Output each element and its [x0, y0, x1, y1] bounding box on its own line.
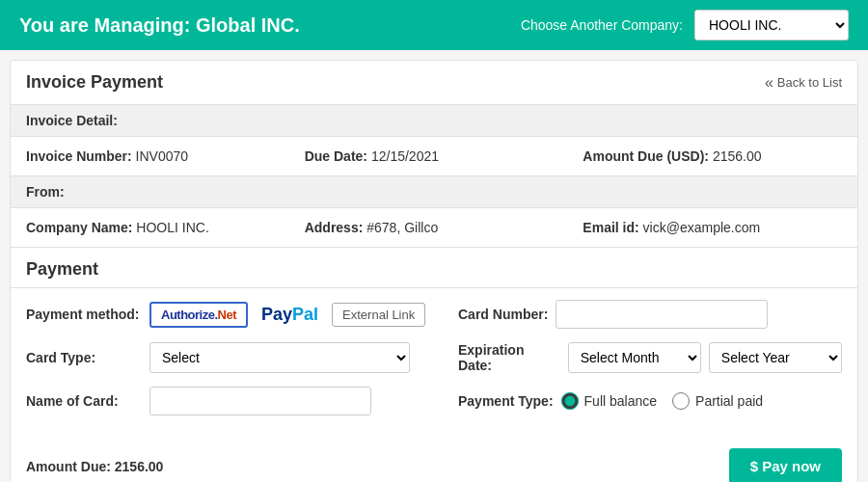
company-select[interactable]: HOOLI INC. [694, 10, 849, 40]
invoice-detail-label: Invoice Detail: [26, 113, 118, 128]
invoice-payment-header: Invoice Payment « Back to List [11, 61, 857, 105]
partial-paid-radio[interactable] [672, 392, 690, 410]
amount-due-value: 2156.00 [713, 148, 762, 164]
invoice-payment-title: Invoice Payment [26, 72, 163, 93]
address-cell: Address: #678, Gillco [305, 220, 564, 235]
email-cell: Email id: vick@example.com [583, 220, 842, 235]
name-of-card-label: Name of Card: [26, 393, 142, 409]
email-label: Email id: [583, 220, 638, 235]
card-type-expiry-row: Card Type: Select Visa MasterCard Americ… [26, 342, 842, 373]
payment-method-label: Payment method: [26, 307, 142, 322]
invoice-info-row: Invoice Number: INV0070 Due Date: 12/15/… [11, 137, 857, 176]
company-name-label: Company Name: [26, 220, 132, 235]
payment-section-title: Payment [11, 248, 857, 288]
card-number-label: Card Number: [458, 307, 548, 322]
company-name-cell: Company Name: HOOLI INC. [26, 220, 285, 235]
address-label: Address: [305, 220, 364, 235]
back-to-list-button[interactable]: « Back to List [765, 74, 842, 92]
due-date-label: Due Date: [305, 148, 367, 164]
due-date-value: 12/15/2021 [371, 148, 439, 164]
amount-due-cell: Amount Due (USD): 2156.00 [583, 148, 842, 164]
payment-form: Payment method: Authorize.Net PayPal Ext… [11, 288, 857, 441]
full-balance-label: Full balance [584, 393, 658, 409]
invoice-number-label: Invoice Number: [26, 148, 132, 164]
external-link-button[interactable]: External Link [332, 303, 425, 327]
expiration-date-label: Expiration Date: [458, 342, 560, 373]
full-balance-option[interactable]: Full balance [561, 392, 658, 410]
name-payment-type-row: Name of Card: Payment Type: Full balance… [26, 387, 842, 415]
payment-type-label: Payment Type: [458, 393, 554, 409]
expiry-year-select[interactable]: Select Year 202120222023 202420252026 [709, 342, 842, 373]
pay-now-button[interactable]: $ Pay now [729, 448, 842, 482]
invoice-detail-subheader: Invoice Detail: [11, 105, 857, 137]
payment-type-radio-group: Full balance Partial paid [561, 392, 764, 410]
partial-paid-label: Partial paid [695, 393, 763, 409]
header-right: Choose Another Company: HOOLI INC. [521, 10, 849, 40]
authorize-net-button[interactable]: Authorize.Net [149, 302, 248, 328]
back-chevron-icon: « [765, 74, 773, 92]
amount-due-bottom: Amount Due: 2156.00 [26, 459, 163, 474]
header-bar: You are Managing: Global INC. Choose Ano… [0, 0, 868, 50]
invoice-number-value: INV0070 [136, 148, 188, 164]
managing-title: You are Managing: Global INC. [19, 14, 300, 37]
card-type-label: Card Type: [26, 350, 142, 365]
amount-due-bottom-value: 2156.00 [115, 459, 164, 474]
main-content: Invoice Payment « Back to List Invoice D… [10, 60, 858, 482]
choose-company-label: Choose Another Company: [521, 17, 683, 33]
address-value: #678, Gillco [366, 220, 438, 235]
back-to-list-label: Back to List [777, 75, 842, 90]
paypal-logo: PayPal [261, 305, 318, 324]
company-name-value: HOOLI INC. [136, 220, 208, 235]
expiry-month-select[interactable]: Select Month JanuaryFebruaryMarch AprilM… [568, 342, 701, 373]
invoice-number-cell: Invoice Number: INV0070 [26, 148, 285, 164]
authorize-net-label: Authorize.Net [161, 308, 236, 322]
from-subheader: From: [11, 176, 857, 208]
partial-paid-option[interactable]: Partial paid [672, 392, 763, 410]
paypal-button[interactable]: PayPal [256, 303, 324, 327]
from-label: From: [26, 184, 65, 200]
bottom-row: Amount Due: 2156.00 $ Pay now [11, 441, 857, 482]
email-value: vick@example.com [643, 220, 761, 235]
amount-due-bottom-label: Amount Due: [26, 459, 111, 474]
payment-method-row: Payment method: Authorize.Net PayPal Ext… [26, 300, 842, 329]
name-of-card-input[interactable] [149, 387, 371, 415]
from-info-row: Company Name: HOOLI INC. Address: #678, … [11, 208, 857, 248]
full-balance-radio[interactable] [561, 392, 579, 410]
card-number-input[interactable] [556, 300, 768, 329]
due-date-cell: Due Date: 12/15/2021 [305, 148, 564, 164]
amount-due-label: Amount Due (USD): [583, 148, 709, 164]
card-type-select[interactable]: Select Visa MasterCard American Express … [149, 342, 410, 373]
